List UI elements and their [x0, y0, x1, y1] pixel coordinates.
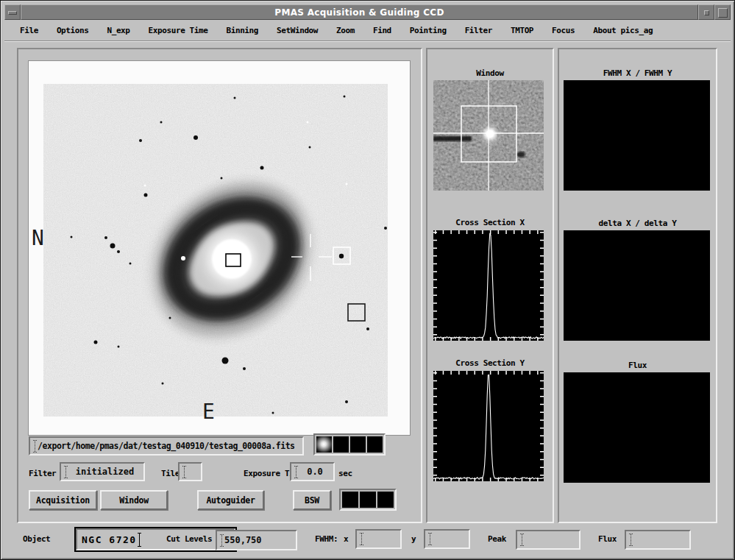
star-dot — [366, 327, 369, 330]
filter-label: Filter — [29, 469, 56, 478]
star-dot — [129, 263, 132, 265]
peak-field[interactable] — [516, 530, 580, 550]
menu-item-filter[interactable]: Filter — [465, 26, 492, 35]
window-button[interactable]: Window — [100, 490, 168, 510]
cross-section-y-plot — [433, 371, 544, 481]
flux-plot — [564, 372, 710, 483]
indicator-cell-star — [316, 436, 332, 453]
fwhm-y-field[interactable] — [424, 529, 470, 549]
acquisition-panel: N E /export/home/pmas/dat/testag_040910/… — [17, 48, 422, 523]
star-dot — [118, 346, 120, 348]
guide-window-view[interactable] — [433, 80, 544, 191]
window-maximize-button[interactable] — [714, 4, 731, 20]
tile-no-field[interactable] — [178, 462, 202, 481]
white-star-dot — [346, 183, 348, 185]
text-cursor — [182, 466, 187, 478]
star-dot — [221, 177, 223, 180]
star-dot — [104, 236, 107, 239]
indicator-cell — [377, 492, 394, 508]
fwhm-plot — [564, 80, 710, 191]
object-label: Object — [23, 535, 50, 544]
menu-item-options[interactable]: Options — [57, 26, 89, 35]
menu-item-about-pics-ag[interactable]: About pics_ag — [593, 26, 653, 35]
dark-streak — [433, 136, 472, 141]
indicator-cell — [333, 436, 349, 453]
cross-section-x-title: Cross Section X — [427, 218, 553, 227]
text-cursor — [137, 533, 142, 547]
text-cursor — [628, 534, 633, 546]
titlebar: PMAS Acquisition & Guiding CCD — [4, 4, 731, 20]
ccd-image-canvas[interactable]: N E — [29, 61, 410, 435]
fwhm-label: FWHM: — [315, 535, 338, 544]
fits-filename-field[interactable]: /export/home/pmas/dat/testag_040910/test… — [29, 436, 304, 456]
fwhm-plot-title: FWHM X / FWHM Y — [559, 68, 716, 78]
star-dot — [144, 194, 148, 197]
star-dot — [345, 400, 348, 403]
menubar: FileOptionsN_expExposure TimeBinningSetW… — [4, 21, 731, 40]
fwhm-x-field[interactable] — [355, 529, 402, 549]
flux-label: Flux — [598, 535, 617, 544]
menu-item-zoom[interactable]: Zoom — [336, 26, 355, 35]
filter-field[interactable]: initialized — [60, 462, 145, 481]
tile-indicator-strip — [313, 433, 386, 456]
menu-item-tmtop[interactable]: TMTOP — [511, 26, 533, 35]
menu-item-setwindow[interactable]: SetWindow — [277, 26, 318, 35]
star-dot — [110, 244, 116, 249]
bsw-button[interactable]: BSW — [293, 490, 331, 510]
star-dot — [384, 227, 387, 230]
menu-item-pointing[interactable]: Pointing — [410, 26, 447, 35]
fwhm-x-label: x — [344, 535, 348, 544]
star-dot — [222, 358, 229, 364]
white-star-dot — [181, 256, 185, 260]
exposure-unit-label: sec — [338, 469, 352, 478]
flux-plot-title: Flux — [559, 361, 716, 370]
north-label: N — [32, 226, 44, 250]
window-minimize-button[interactable] — [698, 4, 714, 20]
star-dot — [339, 254, 344, 258]
menu-item-file[interactable]: File — [20, 26, 38, 35]
star-dot — [193, 135, 198, 140]
text-cursor — [219, 534, 224, 547]
star-dot — [160, 121, 163, 124]
menu-item-focus[interactable]: Focus — [552, 26, 575, 35]
star-dot — [234, 97, 236, 99]
indicator-cell — [342, 492, 358, 508]
star-dot — [169, 317, 171, 319]
cross-section-y-title: Cross Section Y — [427, 358, 553, 368]
indicator-cell — [350, 436, 366, 453]
status-indicator-strip — [339, 489, 397, 511]
flux-field[interactable] — [625, 530, 691, 550]
menu-item-exposure-time[interactable]: Exposure Time — [149, 26, 208, 35]
autoguider-button[interactable]: Autoguider — [197, 490, 264, 510]
star-dot — [309, 146, 311, 149]
fwhm-y-label: y — [411, 535, 416, 544]
dark-spot — [516, 152, 525, 157]
exposure-time-field[interactable]: 0.0 — [290, 462, 335, 481]
window-menu-icon — [8, 11, 17, 15]
guide-star-core — [486, 130, 494, 138]
menu-item-binning[interactable]: Binning — [226, 26, 258, 35]
white-star-dot — [144, 185, 146, 187]
maximize-icon — [718, 8, 728, 18]
delta-plot-title: delta X / delta Y — [559, 219, 716, 228]
peak-label: Peak — [488, 535, 506, 544]
text-cursor — [32, 440, 38, 453]
acquisition-button[interactable]: Acquisition — [29, 490, 97, 510]
menu-item-find[interactable]: Find — [373, 26, 391, 35]
object-field[interactable]: NGC 6720 — [74, 527, 237, 552]
faint-star — [497, 102, 503, 108]
text-cursor — [519, 534, 525, 546]
cross-section-x-plot — [433, 230, 544, 341]
delta-plot — [564, 230, 710, 341]
star-dot — [243, 367, 246, 370]
app-window: PMAS Acquisition & Guiding CCD FileOptio… — [0, 0, 735, 560]
east-label: E — [202, 400, 215, 424]
window-menu-button[interactable] — [4, 4, 21, 20]
text-cursor — [427, 533, 433, 545]
guide-panel: Window Cross Section X — [426, 48, 554, 523]
menu-item-n-exp[interactable]: N_exp — [107, 26, 129, 35]
star-dot — [117, 250, 120, 253]
cut-levels-label: Cut Levels — [166, 535, 212, 544]
cut-levels-field[interactable]: 550,750 — [216, 530, 297, 550]
minimize-icon — [704, 10, 709, 15]
